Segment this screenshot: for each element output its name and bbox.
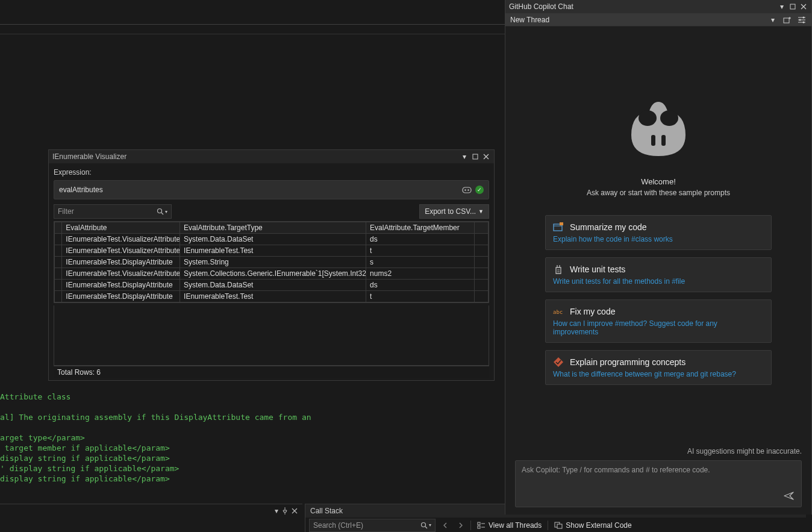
dropdown-icon[interactable]: ▾ — [275, 507, 278, 515]
maximize-icon[interactable] — [789, 2, 797, 11]
forward-icon[interactable] — [456, 521, 464, 530]
pin-icon[interactable] — [282, 507, 288, 515]
svg-rect-9 — [557, 524, 562, 528]
bottom-left-panel: ▾ — [0, 504, 302, 532]
svg-rect-7 — [478, 526, 480, 528]
svg-point-4 — [158, 209, 162, 213]
export-csv-button[interactable]: Export to CSV... ▼ — [419, 204, 489, 219]
code-editor-fragment: Attribute class al] The originating asse… — [0, 392, 505, 484]
close-icon[interactable] — [799, 2, 808, 11]
svg-rect-6 — [478, 522, 480, 525]
svg-point-14 — [803, 21, 805, 23]
settings-icon[interactable] — [797, 16, 807, 24]
close-icon[interactable] — [482, 152, 490, 161]
visualizer-title: IEnumerable Visualizer — [52, 152, 126, 161]
prompt-card[interactable]: Explain programming conceptsWhat is the … — [545, 350, 772, 385]
send-icon[interactable] — [783, 490, 795, 502]
svg-text:abc: abc — [553, 309, 563, 315]
expression-label: Expression: — [54, 168, 489, 177]
search-icon[interactable] — [420, 522, 428, 529]
maximize-icon[interactable] — [471, 152, 479, 161]
svg-point-12 — [803, 16, 805, 18]
column-header[interactable]: EvalAttribute.TargetType — [180, 222, 366, 234]
total-rows-label: Total Rows: 6 — [54, 366, 489, 378]
svg-rect-10 — [790, 4, 795, 9]
column-header[interactable]: EvalAttribute.TargetMember — [366, 222, 475, 234]
table-row[interactable]: IEnumerableTest.VisualizerAttributeSyste… — [55, 268, 489, 280]
card-icon — [553, 222, 564, 233]
svg-rect-17 — [651, 135, 655, 146]
show-external-code-button[interactable]: Show External Code — [554, 521, 631, 530]
disclaimer-text: AI suggestions might be inaccurate. — [515, 447, 802, 455]
copilot-logo-icon — [619, 93, 698, 165]
ienumerable-visualizer-panel: IEnumerable Visualizer ▾ Expression: eva… — [48, 149, 495, 381]
welcome-heading: Welcome! — [641, 177, 676, 186]
filter-placeholder: Filter — [58, 207, 74, 216]
dropdown-icon[interactable]: ▾ — [460, 152, 469, 161]
thread-bar[interactable]: New Thread ▾ — [505, 13, 811, 27]
threads-icon — [477, 521, 486, 530]
copilot-input[interactable]: Ask Copilot: Type / for commands and # t… — [515, 460, 802, 507]
dropdown-icon[interactable]: ▾ — [778, 2, 786, 11]
column-header[interactable]: EvalAttribute — [62, 222, 180, 234]
close-icon[interactable] — [292, 508, 298, 514]
svg-rect-18 — [661, 135, 666, 146]
svg-rect-20 — [560, 222, 563, 225]
copilot-titlebar[interactable]: GitHub Copilot Chat ▾ — [505, 0, 811, 13]
svg-rect-0 — [473, 154, 478, 159]
table-row[interactable]: IEnumerableTest.DisplayAttributeIEnumera… — [55, 291, 489, 302]
copilot-icon[interactable] — [462, 186, 472, 194]
card-icon — [553, 357, 564, 368]
external-code-icon — [554, 521, 563, 530]
svg-rect-11 — [784, 18, 789, 23]
data-grid[interactable]: EvalAttributeEvalAttribute.TargetTypeEva… — [54, 221, 489, 303]
search-icon[interactable]: ▾ — [157, 208, 167, 215]
svg-point-2 — [464, 189, 466, 190]
svg-point-13 — [799, 19, 801, 20]
chevron-down-icon[interactable]: ▾ — [768, 16, 778, 24]
callstack-search-input[interactable]: Search (Ctrl+E) ▾ — [309, 519, 436, 532]
back-icon[interactable] — [442, 521, 450, 530]
chevron-down-icon: ▼ — [478, 208, 484, 214]
svg-point-15 — [639, 110, 657, 126]
svg-point-5 — [422, 522, 426, 527]
card-icon — [553, 264, 564, 275]
prompt-card[interactable]: Summarize my codeExplain how the code in… — [545, 215, 772, 250]
expression-box[interactable]: evalAttributes ✓ — [54, 180, 489, 199]
visualizer-titlebar[interactable]: IEnumerable Visualizer ▾ — [49, 150, 494, 163]
prompt-card[interactable]: abcFix my codeHow can I improve #method?… — [545, 299, 772, 343]
svg-point-3 — [467, 189, 469, 190]
copilot-chat-panel: GitHub Copilot Chat ▾ New Thread ▾ — [505, 0, 812, 515]
filter-input[interactable]: Filter ▾ — [54, 204, 172, 219]
table-row[interactable]: IEnumerableTest.VisualizerAttributeSyste… — [55, 234, 489, 245]
prompt-card[interactable]: Write unit testsWrite unit tests for all… — [545, 257, 772, 292]
svg-rect-1 — [463, 187, 471, 193]
card-icon: abc — [553, 306, 564, 317]
table-row[interactable]: IEnumerableTest.VisualizerAttributeIEnum… — [55, 245, 489, 257]
view-all-threads-button[interactable]: View all Threads — [477, 521, 542, 530]
welcome-subtitle: Ask away or start with these sample prom… — [587, 189, 730, 197]
table-row[interactable]: IEnumerableTest.DisplayAttributeSystem.D… — [55, 280, 489, 291]
status-ok-icon: ✓ — [475, 186, 484, 194]
new-thread-icon[interactable] — [782, 16, 792, 24]
svg-point-16 — [660, 110, 678, 126]
table-row[interactable]: IEnumerableTest.DisplayAttributeSystem.S… — [55, 257, 489, 268]
expression-value: evalAttributes — [59, 186, 103, 194]
